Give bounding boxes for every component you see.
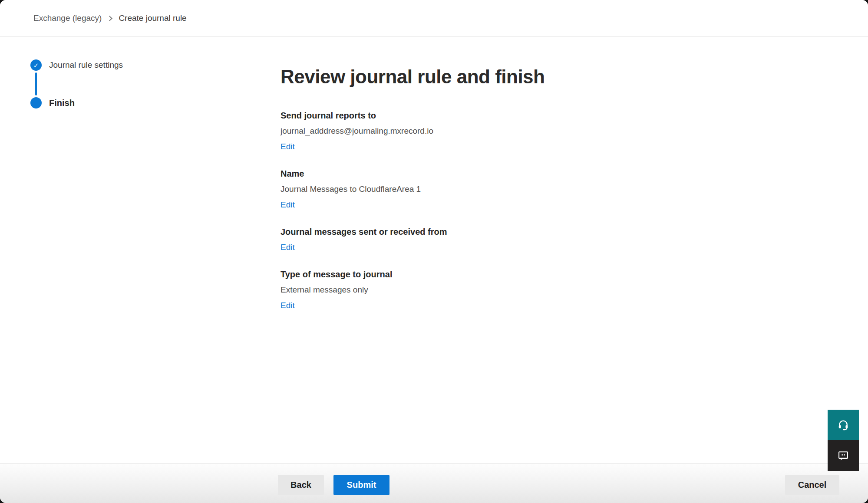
help-button[interactable] (828, 410, 859, 440)
section-label: Send journal reports to (281, 108, 842, 123)
wizard-steps-panel: ✓ Journal rule settings Finish (0, 37, 249, 463)
edit-type-of-message-link[interactable]: Edit (281, 298, 295, 313)
check-icon: ✓ (33, 62, 39, 69)
wizard-step-journal-rule-settings[interactable]: ✓ Journal rule settings (30, 59, 249, 71)
page-title: Review journal rule and finish (281, 64, 842, 89)
cancel-button[interactable]: Cancel (785, 475, 839, 495)
section-value: Journal Messages to CloudflareArea 1 (281, 181, 842, 197)
edit-send-journal-reports-link[interactable]: Edit (281, 139, 295, 155)
chevron-right-icon (107, 16, 113, 21)
step-label: Journal rule settings (49, 60, 123, 70)
section-send-journal-reports-to: Send journal reports to journal_adddress… (281, 108, 842, 155)
back-button[interactable]: Back (278, 475, 324, 495)
section-label: Journal messages sent or received from (281, 224, 842, 240)
review-pane: Review journal rule and finish Send jour… (249, 37, 868, 463)
edit-name-link[interactable]: Edit (281, 197, 295, 213)
section-value: journal_adddress@journaling.mxrecord.io (281, 123, 842, 139)
section-label: Type of message to journal (281, 266, 842, 282)
footer-action-bar: Back Submit Cancel (0, 463, 868, 503)
submit-button[interactable]: Submit (333, 475, 389, 495)
wizard-step-finish[interactable]: Finish (30, 97, 249, 108)
step-completed-check-icon: ✓ (30, 59, 42, 71)
breadcrumb-link-exchange-legacy[interactable]: Exchange (legacy) (33, 13, 102, 23)
breadcrumb-current-page: Create journal rule (119, 13, 186, 23)
section-value: External messages only (281, 282, 842, 298)
headset-icon (837, 419, 849, 431)
feedback-button[interactable] (828, 440, 859, 471)
step-current-dot-icon (30, 97, 42, 108)
header: Exchange (legacy) Create journal rule (0, 0, 868, 37)
exchange-admin-window: Exchange (legacy) Create journal rule ✓ … (0, 0, 868, 503)
step-connector-line (35, 72, 37, 95)
content-row: ✓ Journal rule settings Finish Review jo… (0, 37, 868, 463)
breadcrumb: Exchange (legacy) Create journal rule (33, 13, 187, 23)
step-label: Finish (49, 98, 75, 108)
feedback-icon (837, 450, 849, 462)
section-label: Name (281, 166, 842, 181)
section-type-of-message: Type of message to journal External mess… (281, 266, 842, 313)
edit-journal-messages-link[interactable]: Edit (281, 240, 295, 255)
section-journal-messages-sent-or-received: Journal messages sent or received from E… (281, 224, 842, 255)
section-name: Name Journal Messages to CloudflareArea … (281, 166, 842, 213)
